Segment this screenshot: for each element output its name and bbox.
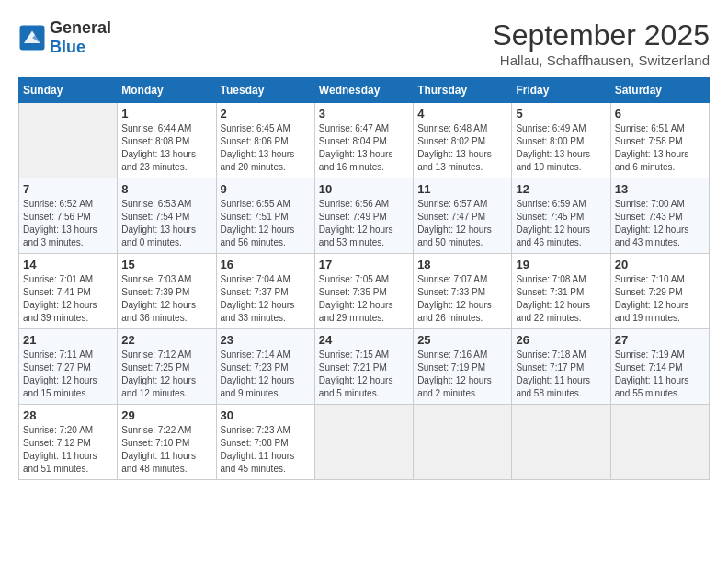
day-info: Sunrise: 7:00 AMSunset: 7:43 PMDaylight:… [615, 198, 705, 249]
calendar-cell: 28Sunrise: 7:20 AMSunset: 7:12 PMDayligh… [19, 405, 118, 480]
day-info: Sunrise: 6:47 AMSunset: 8:04 PMDaylight:… [319, 122, 409, 174]
day-number: 29 [121, 408, 211, 422]
day-number: 13 [615, 182, 705, 196]
logo-icon [18, 24, 46, 52]
calendar-week-2: 7Sunrise: 6:52 AMSunset: 7:56 PMDaylight… [19, 178, 710, 254]
day-number: 23 [221, 333, 311, 347]
day-header-saturday: Saturday [610, 78, 709, 103]
day-header-wednesday: Wednesday [314, 78, 413, 103]
calendar-cell: 15Sunrise: 7:03 AMSunset: 7:39 PMDayligh… [118, 254, 216, 329]
day-info: Sunrise: 7:14 AMSunset: 7:23 PMDaylight:… [221, 349, 311, 400]
calendar-cell: 12Sunrise: 6:59 AMSunset: 7:45 PMDayligh… [512, 178, 610, 254]
logo-text: General Blue [50, 18, 111, 57]
calendar-week-3: 14Sunrise: 7:01 AMSunset: 7:41 PMDayligh… [19, 254, 710, 329]
month-title: September 2025 [492, 18, 710, 52]
day-number: 3 [319, 107, 409, 121]
day-info: Sunrise: 7:11 AMSunset: 7:27 PMDaylight:… [23, 349, 113, 400]
day-info: Sunrise: 7:03 AMSunset: 7:39 PMDaylight:… [121, 273, 211, 325]
day-info: Sunrise: 7:20 AMSunset: 7:12 PMDaylight:… [23, 424, 113, 476]
day-header-tuesday: Tuesday [216, 78, 314, 103]
day-number: 18 [417, 258, 507, 271]
calendar-week-1: 1Sunrise: 6:44 AMSunset: 8:08 PMDaylight… [19, 103, 710, 178]
calendar-cell: 3Sunrise: 6:47 AMSunset: 8:04 PMDaylight… [314, 103, 413, 178]
day-info: Sunrise: 6:44 AMSunset: 8:08 PMDaylight:… [121, 122, 211, 174]
day-number: 4 [417, 107, 507, 121]
day-number: 11 [417, 182, 507, 196]
day-info: Sunrise: 7:04 AMSunset: 7:37 PMDaylight:… [221, 273, 311, 325]
calendar-cell: 2Sunrise: 6:45 AMSunset: 8:06 PMDaylight… [216, 103, 314, 178]
calendar-week-5: 28Sunrise: 7:20 AMSunset: 7:12 PMDayligh… [19, 405, 710, 480]
calendar-cell: 6Sunrise: 6:51 AMSunset: 7:58 PMDaylight… [610, 103, 709, 178]
day-info: Sunrise: 6:49 AMSunset: 8:00 PMDaylight:… [516, 122, 606, 174]
day-info: Sunrise: 7:16 AMSunset: 7:19 PMDaylight:… [417, 349, 507, 400]
day-info: Sunrise: 6:59 AMSunset: 7:45 PMDaylight:… [516, 198, 606, 249]
day-number: 19 [516, 258, 606, 271]
location-subtitle: Hallau, Schaffhausen, Switzerland [492, 52, 710, 68]
calendar-header-row: SundayMondayTuesdayWednesdayThursdayFrid… [19, 78, 710, 103]
calendar-cell: 14Sunrise: 7:01 AMSunset: 7:41 PMDayligh… [19, 254, 118, 329]
calendar-cell: 5Sunrise: 6:49 AMSunset: 8:00 PMDaylight… [512, 103, 610, 178]
calendar-cell: 17Sunrise: 7:05 AMSunset: 7:35 PMDayligh… [314, 254, 413, 329]
day-info: Sunrise: 6:52 AMSunset: 7:56 PMDaylight:… [23, 198, 113, 249]
day-info: Sunrise: 7:12 AMSunset: 7:25 PMDaylight:… [121, 349, 211, 400]
calendar-cell [19, 103, 118, 178]
day-info: Sunrise: 6:48 AMSunset: 8:02 PMDaylight:… [417, 122, 507, 174]
day-number: 2 [221, 107, 311, 121]
day-info: Sunrise: 6:56 AMSunset: 7:49 PMDaylight:… [319, 198, 409, 249]
day-info: Sunrise: 7:23 AMSunset: 7:08 PMDaylight:… [221, 424, 311, 476]
calendar-cell: 21Sunrise: 7:11 AMSunset: 7:27 PMDayligh… [19, 329, 118, 405]
calendar-cell: 11Sunrise: 6:57 AMSunset: 7:47 PMDayligh… [414, 178, 512, 254]
day-info: Sunrise: 7:19 AMSunset: 7:14 PMDaylight:… [615, 349, 705, 400]
day-info: Sunrise: 6:45 AMSunset: 8:06 PMDaylight:… [221, 122, 311, 174]
day-info: Sunrise: 7:18 AMSunset: 7:17 PMDaylight:… [516, 349, 606, 400]
calendar-cell: 19Sunrise: 7:08 AMSunset: 7:31 PMDayligh… [512, 254, 610, 329]
day-info: Sunrise: 7:07 AMSunset: 7:33 PMDaylight:… [417, 273, 507, 325]
day-info: Sunrise: 6:51 AMSunset: 7:58 PMDaylight:… [615, 122, 705, 174]
calendar-cell: 4Sunrise: 6:48 AMSunset: 8:02 PMDaylight… [414, 103, 512, 178]
day-info: Sunrise: 6:53 AMSunset: 7:54 PMDaylight:… [121, 198, 211, 249]
day-number: 14 [23, 258, 113, 271]
calendar-cell: 9Sunrise: 6:55 AMSunset: 7:51 PMDaylight… [216, 178, 314, 254]
day-info: Sunrise: 7:22 AMSunset: 7:10 PMDaylight:… [121, 424, 211, 476]
day-number: 25 [417, 333, 507, 347]
title-area: September 2025 Hallau, Schaffhausen, Swi… [492, 18, 710, 68]
calendar-cell: 27Sunrise: 7:19 AMSunset: 7:14 PMDayligh… [610, 329, 709, 405]
calendar-cell: 25Sunrise: 7:16 AMSunset: 7:19 PMDayligh… [414, 329, 512, 405]
day-info: Sunrise: 7:08 AMSunset: 7:31 PMDaylight:… [516, 273, 606, 325]
day-info: Sunrise: 7:10 AMSunset: 7:29 PMDaylight:… [615, 273, 705, 325]
day-number: 22 [121, 333, 211, 347]
day-number: 16 [221, 258, 311, 271]
calendar-cell [414, 405, 512, 480]
day-number: 1 [121, 107, 211, 121]
day-number: 30 [221, 408, 311, 422]
calendar-cell: 22Sunrise: 7:12 AMSunset: 7:25 PMDayligh… [118, 329, 216, 405]
calendar-cell: 13Sunrise: 7:00 AMSunset: 7:43 PMDayligh… [610, 178, 709, 254]
calendar-cell [314, 405, 413, 480]
day-info: Sunrise: 7:15 AMSunset: 7:21 PMDaylight:… [319, 349, 409, 400]
day-number: 17 [319, 258, 409, 271]
day-number: 20 [615, 258, 705, 271]
day-number: 27 [615, 333, 705, 347]
page-header: General Blue September 2025 Hallau, Scha… [18, 18, 710, 68]
calendar-cell: 30Sunrise: 7:23 AMSunset: 7:08 PMDayligh… [216, 405, 314, 480]
day-number: 24 [319, 333, 409, 347]
logo: General Blue [18, 18, 111, 57]
calendar-cell: 1Sunrise: 6:44 AMSunset: 8:08 PMDaylight… [118, 103, 216, 178]
calendar-cell: 8Sunrise: 6:53 AMSunset: 7:54 PMDaylight… [118, 178, 216, 254]
day-number: 15 [121, 258, 211, 271]
calendar-cell: 23Sunrise: 7:14 AMSunset: 7:23 PMDayligh… [216, 329, 314, 405]
day-header-thursday: Thursday [414, 78, 512, 103]
day-number: 26 [516, 333, 606, 347]
calendar-cell: 7Sunrise: 6:52 AMSunset: 7:56 PMDaylight… [19, 178, 118, 254]
calendar-week-4: 21Sunrise: 7:11 AMSunset: 7:27 PMDayligh… [19, 329, 710, 405]
day-info: Sunrise: 6:57 AMSunset: 7:47 PMDaylight:… [417, 198, 507, 249]
day-number: 5 [516, 107, 606, 121]
calendar-cell: 10Sunrise: 6:56 AMSunset: 7:49 PMDayligh… [314, 178, 413, 254]
day-number: 9 [221, 182, 311, 196]
day-header-sunday: Sunday [19, 78, 118, 103]
day-info: Sunrise: 6:55 AMSunset: 7:51 PMDaylight:… [221, 198, 311, 249]
day-info: Sunrise: 7:05 AMSunset: 7:35 PMDaylight:… [319, 273, 409, 325]
day-number: 12 [516, 182, 606, 196]
calendar-cell: 16Sunrise: 7:04 AMSunset: 7:37 PMDayligh… [216, 254, 314, 329]
calendar-cell: 20Sunrise: 7:10 AMSunset: 7:29 PMDayligh… [610, 254, 709, 329]
